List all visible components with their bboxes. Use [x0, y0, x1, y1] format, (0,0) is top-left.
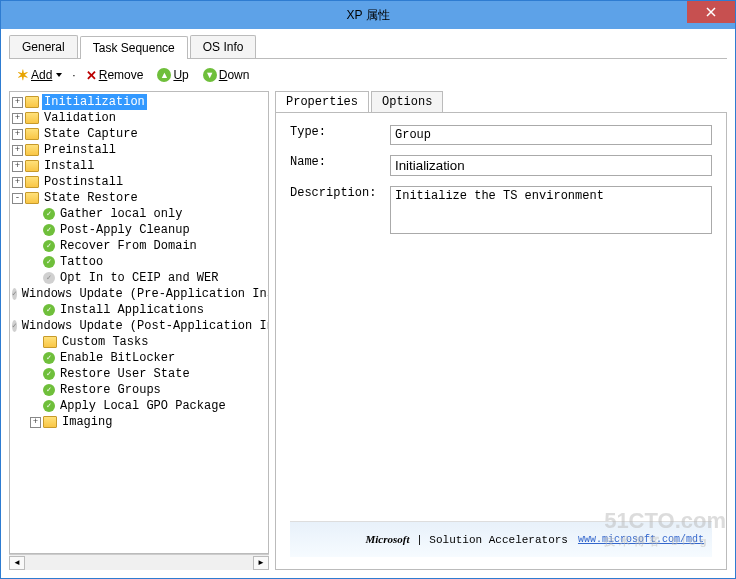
- tree-node[interactable]: Custom Tasks: [12, 334, 266, 350]
- tree-node[interactable]: ✓Post-Apply Cleanup: [12, 222, 266, 238]
- expand-toggle[interactable]: -: [12, 193, 23, 204]
- close-icon: [706, 7, 716, 17]
- scroll-right-button[interactable]: ►: [253, 556, 269, 570]
- tree-label: State Capture: [42, 126, 140, 142]
- content-area: General Task Sequence OS Info ✶ Add · ✕ …: [1, 29, 735, 578]
- xp-properties-window: XP 属性 General Task Sequence OS Info ✶ Ad…: [0, 0, 736, 579]
- disabled-icon: ✓: [43, 272, 55, 284]
- tree-node[interactable]: +Preinstall: [12, 142, 266, 158]
- folder-icon: [25, 160, 39, 172]
- disabled-icon: ✓: [12, 288, 17, 300]
- folder-icon: [25, 176, 39, 188]
- tree-label: Restore User State: [58, 366, 192, 382]
- scroll-left-button[interactable]: ◄: [9, 556, 25, 570]
- expand-toggle[interactable]: +: [12, 97, 23, 108]
- check-icon: ✓: [43, 240, 55, 252]
- inner-tabs: Properties Options: [275, 91, 727, 112]
- tree-node[interactable]: ✓Gather local only: [12, 206, 266, 222]
- tree-label: Custom Tasks: [60, 334, 150, 350]
- expand-toggle[interactable]: +: [12, 145, 23, 156]
- folder-icon: [25, 144, 39, 156]
- description-field[interactable]: Initialize the TS environment: [390, 186, 712, 234]
- tab-options[interactable]: Options: [371, 91, 443, 112]
- check-icon: ✓: [43, 304, 55, 316]
- tree-label: Gather local only: [58, 206, 184, 222]
- tree-node[interactable]: +Validation: [12, 110, 266, 126]
- tree-label: Windows Update (Post-Application Install…: [20, 318, 269, 334]
- main-panes: +Initialization+Validation+State Capture…: [9, 91, 727, 570]
- tree-node[interactable]: +Initialization: [12, 94, 266, 110]
- expand-toggle[interactable]: +: [30, 417, 41, 428]
- add-icon: ✶: [17, 67, 29, 83]
- main-tabs: General Task Sequence OS Info: [9, 35, 727, 59]
- tree-node[interactable]: ✓Enable BitLocker: [12, 350, 266, 366]
- folder-icon: [43, 416, 57, 428]
- footer-link[interactable]: www.microsoft.com/mdt: [578, 534, 704, 545]
- tab-general[interactable]: General: [9, 35, 78, 58]
- tree-node[interactable]: +State Capture: [12, 126, 266, 142]
- add-button[interactable]: ✶ Add: [13, 65, 66, 85]
- tree-label: Restore Groups: [58, 382, 163, 398]
- tree-node[interactable]: ✓Restore User State: [12, 366, 266, 382]
- brand-label: Microsoft | Solution Accelerators: [366, 533, 568, 546]
- tree-label: Preinstall: [42, 142, 118, 158]
- check-icon: ✓: [43, 256, 55, 268]
- tree-label: Apply Local GPO Package: [58, 398, 228, 414]
- disabled-icon: ✓: [12, 320, 17, 332]
- tree-node[interactable]: ✓Restore Groups: [12, 382, 266, 398]
- tree-label: Install Applications: [58, 302, 206, 318]
- tree-node[interactable]: ✓Opt In to CEIP and WER: [12, 270, 266, 286]
- horizontal-scrollbar[interactable]: ◄ ►: [9, 554, 269, 570]
- folder-icon: [43, 336, 57, 348]
- tree-node[interactable]: ✓Recover From Domain: [12, 238, 266, 254]
- tree-label: Imaging: [60, 414, 114, 430]
- tree-node[interactable]: +Imaging: [12, 414, 266, 430]
- expand-toggle[interactable]: +: [12, 177, 23, 188]
- tab-os-info[interactable]: OS Info: [190, 35, 257, 58]
- chevron-down-icon: [56, 73, 62, 77]
- tree-label: State Restore: [42, 190, 140, 206]
- description-label: Description:: [290, 186, 390, 234]
- remove-icon: ✕: [86, 68, 97, 83]
- up-button[interactable]: ▲ Up: [153, 66, 192, 84]
- remove-button[interactable]: ✕ Remove: [82, 66, 148, 85]
- tab-task-sequence[interactable]: Task Sequence: [80, 36, 188, 59]
- close-button[interactable]: [687, 1, 735, 23]
- expand-toggle[interactable]: +: [12, 129, 23, 140]
- expand-toggle[interactable]: +: [12, 113, 23, 124]
- tab-properties[interactable]: Properties: [275, 91, 369, 112]
- tree-label: Recover From Domain: [58, 238, 199, 254]
- properties-form: Type: Group Name: Description: Initializ…: [275, 112, 727, 570]
- folder-icon: [25, 192, 39, 204]
- tree-node[interactable]: -State Restore: [12, 190, 266, 206]
- footer-banner: Microsoft | Solution Accelerators www.mi…: [290, 521, 712, 557]
- tree-label: Opt In to CEIP and WER: [58, 270, 220, 286]
- type-label: Type:: [290, 125, 390, 145]
- folder-icon: [25, 128, 39, 140]
- tree-node[interactable]: +Install: [12, 158, 266, 174]
- name-field[interactable]: [390, 155, 712, 176]
- expand-toggle[interactable]: +: [12, 161, 23, 172]
- arrow-down-icon: ▼: [203, 68, 217, 82]
- check-icon: ✓: [43, 208, 55, 220]
- tree-label: Install: [42, 158, 96, 174]
- tree-node[interactable]: ✓Apply Local GPO Package: [12, 398, 266, 414]
- check-icon: ✓: [43, 224, 55, 236]
- check-icon: ✓: [43, 352, 55, 364]
- toolbar: ✶ Add · ✕ Remove ▲ Up ▼ Down: [9, 59, 727, 91]
- task-sequence-tree[interactable]: +Initialization+Validation+State Capture…: [9, 91, 269, 554]
- tree-label: Initialization: [42, 94, 147, 110]
- tree-node[interactable]: +Postinstall: [12, 174, 266, 190]
- check-icon: ✓: [43, 400, 55, 412]
- tree-label: Windows Update (Pre-Application Installa…: [20, 286, 269, 302]
- tree-label: Validation: [42, 110, 118, 126]
- tree-node[interactable]: ✓Tattoo: [12, 254, 266, 270]
- tree-label: Postinstall: [42, 174, 125, 190]
- down-button[interactable]: ▼ Down: [199, 66, 254, 84]
- tree-node[interactable]: ✓Install Applications: [12, 302, 266, 318]
- tree-node[interactable]: ✓Windows Update (Post-Application Instal…: [12, 318, 266, 334]
- arrow-up-icon: ▲: [157, 68, 171, 82]
- tree-node[interactable]: ✓Windows Update (Pre-Application Install…: [12, 286, 266, 302]
- type-field: Group: [390, 125, 712, 145]
- tree-label: Enable BitLocker: [58, 350, 177, 366]
